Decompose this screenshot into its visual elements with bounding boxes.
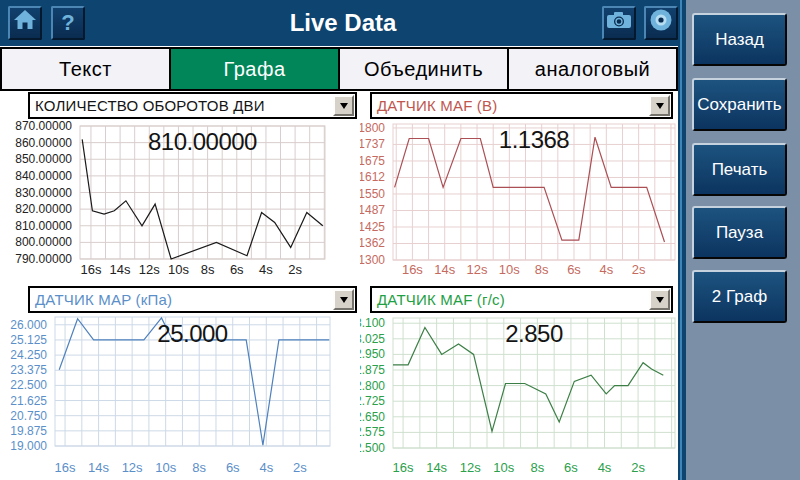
question-mark-icon: ? xyxy=(61,10,74,36)
svg-text:820.00000: 820.00000 xyxy=(15,202,72,216)
svg-text:2.575: 2.575 xyxy=(360,425,385,439)
svg-text:6s: 6s xyxy=(564,460,578,475)
svg-text:790.00000: 790.00000 xyxy=(15,252,72,266)
svg-text:4s: 4s xyxy=(259,460,273,475)
camera-icon xyxy=(606,10,632,36)
svg-text:6s: 6s xyxy=(230,262,244,277)
svg-text:19.000: 19.000 xyxy=(10,439,47,453)
svg-text:1.1550: 1.1550 xyxy=(360,187,385,201)
svg-text:25.125: 25.125 xyxy=(10,333,47,347)
two-graphs-button[interactable]: 2 Граф xyxy=(692,270,787,323)
svg-text:1.1737: 1.1737 xyxy=(360,137,385,151)
svg-text:2.650: 2.650 xyxy=(360,410,385,424)
svg-text:10s: 10s xyxy=(168,262,189,277)
svg-text:8s: 8s xyxy=(530,460,544,475)
svg-text:10s: 10s xyxy=(493,460,514,475)
svg-text:16s: 16s xyxy=(80,262,101,277)
svg-text:24.250: 24.250 xyxy=(10,348,47,362)
svg-text:870.00000: 870.00000 xyxy=(15,119,72,133)
svg-text:14s: 14s xyxy=(88,460,109,475)
svg-text:10s: 10s xyxy=(499,262,520,277)
svg-text:840.00000: 840.00000 xyxy=(15,169,72,183)
svg-text:2.725: 2.725 xyxy=(360,394,385,408)
svg-text:8s: 8s xyxy=(535,262,549,277)
svg-text:6s: 6s xyxy=(226,460,240,475)
svg-text:22.500: 22.500 xyxy=(10,378,47,392)
help-button[interactable]: ? xyxy=(51,6,85,40)
param-dropdown-map-label: ДАТЧИК MAP (кПа) xyxy=(30,291,333,308)
back-button[interactable]: Назад xyxy=(692,13,787,66)
pause-button[interactable]: Пауза xyxy=(692,206,787,259)
svg-text:3.025: 3.025 xyxy=(360,332,385,346)
page-title: Live Data xyxy=(0,9,686,37)
tab-graph[interactable]: Графа xyxy=(169,49,338,89)
svg-text:8s: 8s xyxy=(201,262,215,277)
param-dropdown-maf-flow[interactable]: ДАТЧИК MAF (г/с) xyxy=(370,286,673,313)
dropdown-arrow-icon[interactable] xyxy=(333,95,354,116)
home-button[interactable] xyxy=(8,6,42,40)
svg-text:14s: 14s xyxy=(426,460,447,475)
record-button[interactable] xyxy=(644,6,678,40)
dropdown-arrow-icon[interactable] xyxy=(649,95,670,116)
home-icon xyxy=(13,9,37,37)
svg-text:8s: 8s xyxy=(192,460,206,475)
param-dropdown-maf-volt[interactable]: ДАТЧИК MAF (В) xyxy=(370,92,673,119)
content-sidebar-divider xyxy=(678,0,686,480)
screenshot-button[interactable] xyxy=(602,6,636,40)
svg-text:4s: 4s xyxy=(259,262,273,277)
svg-text:6s: 6s xyxy=(567,262,581,277)
svg-text:19.875: 19.875 xyxy=(10,424,47,438)
print-button[interactable]: Печать xyxy=(692,143,787,196)
svg-text:10s: 10s xyxy=(155,460,176,475)
svg-text:1.1675: 1.1675 xyxy=(360,154,385,168)
param-dropdown-rpm[interactable]: КОЛИЧЕСТВО ОБОРОТОВ ДВИ xyxy=(28,92,357,119)
svg-text:4s: 4s xyxy=(598,460,612,475)
param-dropdown-map[interactable]: ДАТЧИК MAP (кПа) xyxy=(28,286,357,313)
header-bar: ? Live Data xyxy=(0,0,686,46)
svg-text:2s: 2s xyxy=(631,460,645,475)
maf-voltage-chart: 1.18001.17371.16751.16121.15501.14871.14… xyxy=(360,118,680,290)
svg-text:21.625: 21.625 xyxy=(10,394,47,408)
maf-flow-chart: 3.1003.0252.9502.8752.8002.7252.6502.575… xyxy=(360,310,680,480)
param-dropdown-rpm-label: КОЛИЧЕСТВО ОБОРОТОВ ДВИ xyxy=(30,97,333,114)
view-tabs: Текст Графа Объединить аналоговый xyxy=(0,47,678,91)
svg-text:1.1487: 1.1487 xyxy=(360,203,385,217)
svg-text:2.800: 2.800 xyxy=(360,379,385,393)
svg-text:16s: 16s xyxy=(393,460,414,475)
svg-text:2s: 2s xyxy=(293,460,307,475)
svg-text:2s: 2s xyxy=(288,262,302,277)
svg-text:4s: 4s xyxy=(599,262,613,277)
svg-text:12s: 12s xyxy=(460,460,481,475)
svg-text:14s: 14s xyxy=(110,262,131,277)
svg-text:16s: 16s xyxy=(402,262,423,277)
map-chart: 26.00025.12524.25023.37522.50021.62520.7… xyxy=(0,310,360,480)
svg-text:860.00000: 860.00000 xyxy=(15,136,72,150)
svg-text:12s: 12s xyxy=(467,262,488,277)
svg-text:2.950: 2.950 xyxy=(360,347,385,361)
disc-icon xyxy=(649,8,673,38)
svg-text:23.375: 23.375 xyxy=(10,363,47,377)
dropdown-arrow-icon[interactable] xyxy=(333,289,354,310)
save-button[interactable]: Сохранить xyxy=(692,78,787,131)
svg-text:1.1425: 1.1425 xyxy=(360,220,385,234)
svg-text:2.500: 2.500 xyxy=(360,441,385,455)
tab-merge[interactable]: Объединить xyxy=(338,49,507,89)
param-dropdown-maf-flow-label: ДАТЧИК MAF (г/с) xyxy=(372,291,649,308)
svg-text:800.00000: 800.00000 xyxy=(15,235,72,249)
svg-text:16s: 16s xyxy=(55,460,76,475)
tab-text[interactable]: Текст xyxy=(2,49,169,89)
sidebar: Назад Сохранить Печать Пауза 2 Граф xyxy=(686,0,800,480)
svg-text:850.00000: 850.00000 xyxy=(15,152,72,166)
svg-text:12s: 12s xyxy=(139,262,160,277)
svg-text:810.00000: 810.00000 xyxy=(15,219,72,233)
svg-text:2s: 2s xyxy=(632,262,646,277)
svg-text:14s: 14s xyxy=(434,262,455,277)
svg-text:26.000: 26.000 xyxy=(10,318,47,332)
dropdown-arrow-icon[interactable] xyxy=(649,289,670,310)
tab-analog[interactable]: аналоговый xyxy=(507,49,676,89)
param-dropdown-maf-volt-label: ДАТЧИК MAF (В) xyxy=(372,97,649,114)
svg-text:1.1300: 1.1300 xyxy=(360,253,385,267)
svg-text:830.00000: 830.00000 xyxy=(15,186,72,200)
svg-text:2.875: 2.875 xyxy=(360,363,385,377)
svg-text:1.1362: 1.1362 xyxy=(360,236,385,250)
